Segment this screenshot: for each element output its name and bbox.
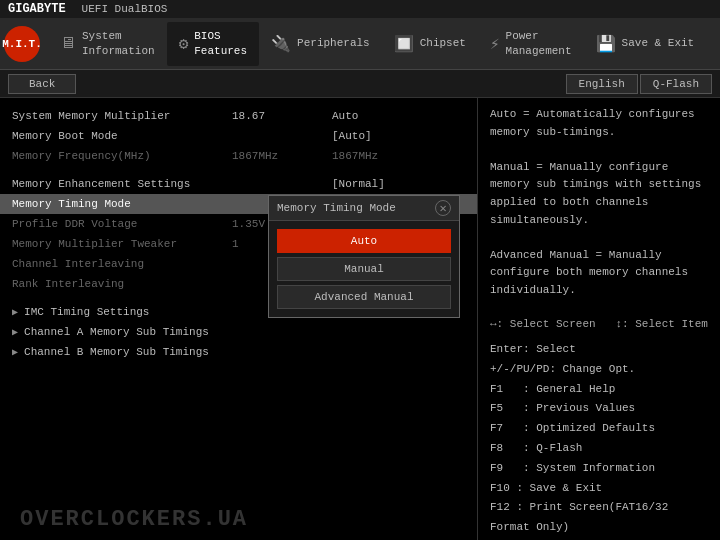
option-auto[interactable]: Auto — [277, 229, 451, 253]
expand-arrow-icon: ▶ — [12, 306, 18, 318]
nav-hint: ↔: Select Screen ↕: Select Item — [490, 316, 708, 333]
setting-new-value: [Auto] — [332, 130, 432, 142]
setting-row-enhancement[interactable]: Memory Enhancement Settings [Normal] — [0, 174, 477, 194]
setting-new-value: Auto — [332, 110, 432, 122]
key-f9: F9 : System Information — [490, 459, 708, 479]
nav-bios-features[interactable]: ⚙ BIOS Features — [167, 22, 259, 66]
key-enter: Enter: Select — [490, 340, 708, 360]
expandable-label: Channel B Memory Sub Timings — [24, 346, 209, 358]
action-bar: Back English Q-Flash — [0, 70, 720, 98]
option-manual[interactable]: Manual — [277, 257, 451, 281]
main-content: System Memory Multiplier 18.67 Auto Memo… — [0, 98, 720, 540]
nav-bios-line2: Features — [194, 44, 247, 58]
modal-options: Auto Manual Advanced Manual — [269, 221, 459, 317]
nav-save-exit[interactable]: 💾 Save & Exit — [584, 22, 707, 66]
option-advanced-manual[interactable]: Advanced Manual — [277, 285, 451, 309]
bios-features-icon: ⚙ — [179, 34, 189, 54]
key-change: +/-/PU/PD: Change Opt. — [490, 360, 708, 380]
language-button[interactable]: English — [566, 74, 638, 94]
setting-new-value: 1867MHz — [332, 150, 432, 162]
setting-name: Memory Timing Mode — [12, 198, 232, 210]
setting-name: Memory Enhancement Settings — [12, 178, 232, 190]
modal-close-button[interactable]: ✕ — [435, 200, 451, 216]
setting-row-memory-frequency[interactable]: Memory Frequency(MHz) 1867MHz 1867MHz — [0, 146, 477, 166]
modal-title: Memory Timing Mode — [277, 202, 396, 214]
expand-arrow-icon: ▶ — [12, 326, 18, 338]
nav-power-line2: Management — [506, 44, 572, 58]
key-f12: F12 : Print Screen(FAT16/32 Format Only) — [490, 498, 708, 538]
memory-timing-modal: Memory Timing Mode ✕ Auto Manual Advance… — [268, 195, 460, 318]
nav-bios-line1: BIOS — [194, 29, 247, 43]
key-f5: F5 : Previous Values — [490, 399, 708, 419]
back-button[interactable]: Back — [8, 74, 76, 94]
nav-chipset[interactable]: 🔲 Chipset — [382, 22, 478, 66]
peripherals-icon: 🔌 — [271, 34, 291, 54]
setting-current-value: 18.67 — [232, 110, 332, 122]
setting-row-memory-boot-mode[interactable]: Memory Boot Mode [Auto] — [0, 126, 477, 146]
setting-row-memory-multiplier[interactable]: System Memory Multiplier 18.67 Auto — [0, 106, 477, 126]
nav-peripherals-label: Peripherals — [297, 36, 370, 50]
nav-system-info-line2: Information — [82, 44, 155, 58]
key-f1: F1 : General Help — [490, 380, 708, 400]
expandable-label: Channel A Memory Sub Timings — [24, 326, 209, 338]
key-f8: F8 : Q-Flash — [490, 439, 708, 459]
modal-title-bar: Memory Timing Mode ✕ — [269, 196, 459, 221]
settings-panel: System Memory Multiplier 18.67 Auto Memo… — [0, 98, 478, 540]
keyboard-shortcuts: Enter: Select +/-/PU/PD: Change Opt. F1 … — [490, 340, 708, 540]
setting-current-value: 1867MHz — [232, 150, 332, 162]
setting-name: Memory Boot Mode — [12, 130, 232, 142]
top-bar: GIGABYTE UEFI DualBIOS — [0, 0, 720, 18]
expandable-channel-b[interactable]: ▶ Channel B Memory Sub Timings — [0, 342, 477, 362]
setting-new-value: [Normal] — [332, 178, 432, 190]
setting-name: System Memory Multiplier — [12, 110, 232, 122]
nav-peripherals[interactable]: 🔌 Peripherals — [259, 22, 382, 66]
power-icon: ⚡ — [490, 34, 500, 54]
nav-system-information[interactable]: 🖥 System Information — [48, 22, 167, 66]
setting-name: Memory Multiplier Tweaker — [12, 238, 232, 250]
nav-chipset-label: Chipset — [420, 36, 466, 50]
mit-button[interactable]: M.I.T. — [4, 26, 40, 62]
expandable-label: IMC Timing Settings — [24, 306, 149, 318]
setting-name: Memory Frequency(MHz) — [12, 150, 232, 162]
expand-arrow-icon: ▶ — [12, 346, 18, 358]
nav-power-management[interactable]: ⚡ Power Management — [478, 22, 584, 66]
expandable-channel-a[interactable]: ▶ Channel A Memory Sub Timings — [0, 322, 477, 342]
nav-bar: M.I.T. 🖥 System Information ⚙ BIOS Featu… — [0, 18, 720, 70]
save-exit-icon: 💾 — [596, 34, 616, 54]
key-f10: F10 : Save & Exit — [490, 479, 708, 499]
help-panel: Auto = Automatically configures memory s… — [478, 98, 720, 540]
setting-name: Profile DDR Voltage — [12, 218, 232, 230]
nav-save-exit-label: Save & Exit — [622, 36, 695, 50]
nav-power-line1: Power — [506, 29, 572, 43]
setting-name: Channel Interleaving — [12, 258, 232, 270]
help-description: Auto = Automatically configures memory s… — [490, 106, 708, 300]
chipset-icon: 🔲 — [394, 34, 414, 54]
setting-name: Rank Interleaving — [12, 278, 232, 290]
system-info-icon: 🖥 — [60, 34, 76, 53]
nav-system-info-line1: System — [82, 29, 155, 43]
product-name: UEFI DualBIOS — [82, 3, 168, 15]
key-f7: F7 : Optimized Defaults — [490, 419, 708, 439]
qflash-button[interactable]: Q-Flash — [640, 74, 712, 94]
brand-logo: GIGABYTE — [8, 2, 66, 16]
